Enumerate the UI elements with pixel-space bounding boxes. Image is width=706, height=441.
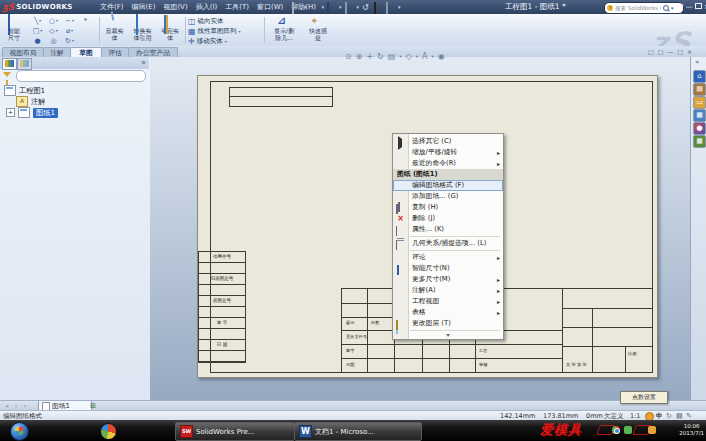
menu-item-select-other[interactable]: 选择其它 (C) [393, 136, 503, 147]
undo-icon[interactable]: ↺ [362, 3, 371, 12]
circle-tool-button[interactable]: ○▾ [46, 16, 61, 25]
menu-window[interactable]: 窗口(W) [253, 0, 287, 14]
menu-item-zoom-pan-rotate[interactable]: 缩放/平移/旋转 ▸ [393, 147, 503, 158]
taskbar-button-solidworks[interactable]: SW SolidWorks Pre... [175, 422, 295, 441]
sw-resources-icon[interactable]: ⌂ [693, 70, 706, 83]
search-caret[interactable]: ▾ [671, 5, 674, 11]
sheet1-selected-label: 图纸1 [33, 108, 58, 118]
new-document-caret[interactable]: ▾ [304, 4, 307, 10]
menu-view[interactable]: 视图(V) [159, 0, 191, 14]
smart-dimension-button[interactable]: 智能 尺寸 [1, 15, 27, 44]
design-library-icon[interactable]: ▤ [693, 83, 706, 96]
display-style-caret[interactable]: ▾ [416, 54, 418, 59]
help-search-box[interactable]: ? 搜索 SolidWorks 帮助 ▾ [604, 2, 684, 14]
menu-item-smart-dimension[interactable]: 智能尺寸(N) [393, 263, 503, 274]
hide-show-caret[interactable]: ▾ [432, 54, 434, 59]
linear-sketch-pattern-button[interactable]: ▦ 线性草图阵列 ▾ [188, 26, 241, 36]
pinned-app-icon[interactable] [100, 423, 117, 440]
sheet-nav-prev[interactable]: ‹ [12, 402, 20, 410]
arc-tool-button[interactable]: ↻▾ [62, 36, 77, 45]
save-caret[interactable]: ▾ [339, 4, 342, 10]
brush-caret[interactable]: ▾ [322, 4, 325, 10]
taskbar-clock[interactable]: 10:06 2013/7/1 [679, 423, 704, 437]
display-delete-relations-button[interactable]: ⊿ 显示/删 除几... [267, 15, 301, 44]
custom-properties-icon[interactable]: ▦ [693, 135, 706, 148]
minimize-button[interactable]: — [686, 2, 693, 12]
sheet-nav-first[interactable]: « [3, 402, 11, 410]
doc-minimize-button[interactable]: □ [648, 47, 654, 56]
options-caret[interactable]: ▾ [398, 4, 401, 10]
spline-tool-button[interactable]: ~▾ [62, 16, 77, 25]
view-orientation-caret[interactable]: ▾ [399, 54, 401, 59]
doc-minimize2-button[interactable]: — [667, 47, 673, 56]
menu-item-drawing-views[interactable]: 工程视图 ▸ [393, 296, 503, 307]
menu-item-annotations[interactable]: 注解(A) ▸ [393, 285, 503, 296]
menu-item-tables[interactable]: 表格 ▸ [393, 307, 503, 318]
print-caret[interactable]: ▾ [357, 4, 360, 10]
point-tool-button[interactable]: * [78, 16, 93, 25]
tree-root-drawing[interactable]: 工程图1 [4, 85, 45, 96]
tree-filter-input[interactable] [16, 70, 146, 82]
doc-restore-button[interactable]: □ [658, 47, 664, 56]
solidworks-logo-icon: ʒS [2, 2, 14, 12]
view-orientation-icon[interactable]: ▤ [388, 52, 396, 61]
convert-entities-button[interactable]: 转换实 体引用 [129, 15, 156, 44]
search-icon[interactable] [663, 5, 669, 11]
menu-item-add-sheet[interactable]: 添加图纸... (G) [393, 191, 503, 202]
restore-button[interactable] [695, 2, 702, 12]
menu-item-more-dimensions[interactable]: 更多尺寸(M) ▸ [393, 274, 503, 285]
submenu-arrow-icon: ▸ [497, 285, 500, 296]
taskbar-button-word[interactable]: W 文档1 - Microso... [294, 422, 422, 441]
ellipse-tool-button[interactable]: ⌀▾ [62, 26, 77, 35]
menu-expander[interactable]: ▾ [393, 331, 503, 338]
rotate-view-icon[interactable]: ↻ [377, 52, 384, 61]
fillet-tool-button[interactable]: ◎ [46, 36, 61, 45]
tree-item-annotations[interactable]: A 注解 [16, 96, 45, 107]
menu-item-copy[interactable]: 复制 (H) [393, 202, 503, 213]
menu-tools[interactable]: 工具(T) [221, 0, 253, 14]
view-palette-icon[interactable]: ▦ [693, 109, 706, 122]
tray-icon-green[interactable] [624, 426, 632, 434]
menu-item-recent-commands[interactable]: 最近的命令(R) ▸ [393, 158, 503, 169]
offset-entities-button[interactable]: 等距实 体 [157, 15, 183, 44]
polygon-tool-button[interactable]: ◇▾ [46, 26, 61, 35]
panel-more-button[interactable]: » [141, 57, 146, 69]
pan-icon[interactable]: + [366, 52, 373, 61]
menu-item-properties[interactable]: 属性... (K) [393, 224, 503, 235]
slot-tool-button[interactable]: ● [30, 36, 45, 45]
mirror-entities-button[interactable]: ◫ 镜向实体 [188, 16, 224, 26]
trim-entities-button[interactable]: 剪裁实 体 [101, 15, 128, 44]
display-style-icon[interactable]: ◇ [406, 52, 412, 61]
expand-plus-icon[interactable]: + [6, 108, 15, 117]
property-manager-icon [20, 60, 29, 67]
add-sheet-button[interactable]: ⊞ [90, 402, 96, 410]
move-entities-button[interactable]: ✛ 移动实体 ▾ [188, 36, 227, 46]
menu-item-change-layer[interactable]: 更改图层 (T) [393, 318, 503, 329]
menu-item-delete[interactable]: × 删除 (J) [393, 213, 503, 224]
menu-item-comment[interactable]: 评论 ▸ [393, 252, 503, 263]
quick-snaps-button[interactable]: ⌖ 快速捕 捉 [303, 15, 333, 44]
menu-item-relations-snaps-options[interactable]: 几何关系/捕捉选项... (L) [393, 238, 503, 249]
filter-funnel-icon[interactable] [3, 72, 11, 77]
doc-restore2-button[interactable]: □ [677, 47, 683, 56]
hide-show-items-icon[interactable]: A [422, 52, 427, 61]
help-button[interactable]: ? [680, 2, 684, 12]
menu-edit[interactable]: 编辑(E) [128, 0, 160, 14]
task-pane-collapse-icon[interactable]: « [695, 58, 699, 66]
menu-item-edit-sheet-format[interactable]: 编辑图纸格式 (F) [393, 180, 503, 191]
search-input[interactable]: 搜索 SolidWorks 帮助 [615, 5, 661, 12]
zoom-area-icon[interactable]: ⊕ [356, 52, 363, 61]
start-button[interactable] [10, 422, 29, 441]
view-settings-icon[interactable]: ◉ [438, 52, 445, 61]
zoom-fit-icon[interactable]: ⊙ [345, 52, 352, 61]
menu-insert[interactable]: 插入(I) [192, 0, 222, 14]
line-tool-button[interactable]: ╲▾ [30, 16, 45, 25]
tray-icon-orange[interactable] [648, 426, 656, 434]
rectangle-tool-button[interactable]: □▾ [30, 26, 45, 35]
doc-close-button[interactable]: × [687, 47, 692, 56]
tray-browser-icon[interactable] [612, 426, 620, 434]
tree-item-sheet1[interactable]: + 图纸1 [6, 107, 58, 118]
appearances-icon[interactable]: ● [693, 122, 706, 135]
sheet-nav-next[interactable]: › [21, 402, 29, 410]
file-explorer-icon[interactable]: ▭ [693, 96, 706, 109]
